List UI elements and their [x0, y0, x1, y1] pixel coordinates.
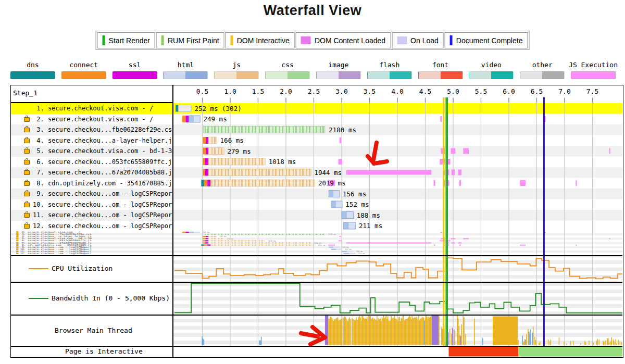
request-row-label[interactable]: 2. secure.checkout.visa.com - /: [11, 114, 172, 125]
row-band: [173, 189, 623, 199]
waterfall-table: Step_1 1. secure.checkout.visa.com - / 2…: [10, 85, 623, 358]
svg-text:279 ms: 279 ms: [227, 238, 233, 240]
section-border-bandwidth: [11, 282, 622, 283]
svg-text:2019 ms: 2019 ms: [317, 244, 325, 246]
key-label: font: [432, 61, 448, 69]
request-url: 3. secure.checkou...fbe06228ef29e.css: [33, 124, 172, 135]
key-label: connect: [69, 61, 98, 69]
request-row-label[interactable]: 9. secure.checkou...om - logCSPReport: [11, 189, 172, 199]
legend-item-on-load: On Load: [392, 32, 444, 48]
key-swatch-icon: [520, 71, 565, 79]
lock-icon-mini: [16, 248, 19, 250]
legend-item-dom-content-loaded: DOM Content Loaded: [296, 32, 391, 48]
lock-icon: [24, 117, 30, 122]
request-row-label[interactable]: 11. secure.checkou...om - logCSPReport: [11, 210, 172, 221]
lock-icon: [24, 139, 30, 143]
axis-tick-label: 7.5: [586, 87, 598, 95]
request-row-label[interactable]: 1. secure.checkout.visa.com - /: [11, 103, 172, 114]
key-item-image: image: [313, 61, 364, 79]
key-item-video: video: [466, 61, 517, 79]
request-url: 6. secure.checkou...053fc655809ffc.js: [33, 157, 172, 168]
key-label: js: [232, 61, 241, 69]
svg-text:152 ms: 152 ms: [345, 248, 352, 250]
document-complete-marker: [543, 97, 544, 346]
request-list-panel: Step_1 1. secure.checkout.visa.com - / 2…: [11, 85, 172, 357]
lock-icon: [24, 213, 30, 218]
lock-icon-mini: [16, 233, 19, 235]
request-url: 10. secure.checkou...om - logCSPReport: [33, 199, 172, 210]
header-underline: [11, 102, 172, 103]
svg-text:211 ms: 211 ms: [358, 253, 365, 255]
lock-icon-mini: [16, 231, 19, 233]
row-band: [173, 210, 623, 221]
bandwidth-in-label: Bandwidth In (0 - 5,000 Kbps): [11, 282, 172, 315]
section-border-interactive: [11, 346, 622, 347]
legend-label: RUM First Paint: [168, 36, 219, 45]
axis-tick-label: 2.0: [280, 87, 292, 95]
request-url: 5. secure.checkout.visa.com - bd-1-30: [33, 146, 172, 157]
key-swatch-icon: [418, 71, 463, 79]
axis-tick-label: 4.0: [391, 87, 403, 95]
request-url: 9. secure.checkou...om - logCSPReport: [33, 189, 172, 199]
key-swatch-icon: [113, 71, 157, 79]
lock-icon: [24, 203, 30, 207]
legend-swatch-icon: [450, 35, 453, 45]
key-label: other: [532, 61, 553, 69]
legend-item-rum-first-paint: RUM First Paint: [156, 32, 224, 48]
duration-label: 1944 ms: [314, 169, 342, 177]
axis-tick-label: 3.0: [335, 87, 347, 95]
request-url: 12. secure.checkou...om - logCSPReport: [33, 221, 172, 232]
request-row-label[interactable]: 3. secure.checkou...fbe06228ef29e.css: [11, 124, 172, 135]
panel-divider: [172, 85, 173, 357]
request-row-label[interactable]: 12. secure.checkou...om - logCSPReport: [11, 221, 172, 232]
request-row-label[interactable]: 10. secure.checkou...om - logCSPReport: [11, 199, 172, 210]
step-label: Step_1: [13, 89, 38, 97]
request-url: 7. secure.checkou...67a20704085b88.js: [33, 167, 172, 178]
key-item-other: other: [517, 61, 568, 79]
duration-label: 249 ms: [203, 115, 227, 123]
key-label: dns: [27, 61, 39, 69]
legend-label: DOM Content Loaded: [315, 36, 385, 45]
request-row-label[interactable]: 4. secure.checkou...a-layer-helper.js: [11, 135, 172, 146]
duration-label: 279 ms: [227, 147, 251, 155]
duration-label: 2180 ms: [329, 126, 356, 134]
lock-icon: [24, 128, 30, 132]
axis-tick-label: 2.5: [307, 87, 319, 95]
dom-interactive-marker: [443, 97, 444, 346]
axis-tick-label: 7.0: [558, 87, 570, 95]
page-is-interactive-label-text: Page is Interactive: [65, 347, 143, 355]
request-row-label[interactable]: 6. secure.checkou...053fc655809ffc.js: [11, 157, 172, 168]
axis-tick-label: 5.5: [474, 87, 486, 95]
key-label: html: [178, 61, 194, 69]
request-url: 4. secure.checkou...a-layer-helper.js: [33, 135, 172, 146]
cpu-utilization-label-text: CPU Utilization: [52, 265, 113, 272]
browser-main-thread-label-text: Browser Main Thread: [55, 327, 132, 334]
duration-label: 166 ms: [220, 136, 243, 144]
lock-icon-mini: [16, 246, 19, 248]
key-item-flash: flash: [364, 61, 415, 79]
request-url: 2. secure.checkout.visa.com - /: [33, 114, 153, 125]
lock-icon-mini: [16, 244, 19, 246]
key-item-js: js: [211, 61, 262, 79]
browser-main-thread-label: Browser Main Thread: [11, 315, 172, 346]
key-swatch-icon: [214, 71, 259, 79]
request-url-mini: 12. secure.checkou...om - logCSPReport: [16, 253, 92, 255]
cpu-utilization-label: CPU Utilization: [11, 255, 172, 282]
lock-icon-mini: [16, 235, 19, 237]
svg-text:166 ms: 166 ms: [219, 235, 226, 237]
page-is-interactive-label: Page is Interactive: [11, 346, 172, 357]
lock-icon: [24, 160, 30, 165]
lock-icon: [24, 192, 30, 196]
request-row-label[interactable]: 7. secure.checkou...67a20704085b88.js: [11, 167, 172, 178]
bandwidth-in-label-swatch-icon: [29, 298, 48, 299]
legend-item-start-render: Start Render: [97, 32, 155, 48]
lock-icon: [24, 224, 30, 229]
section-border-cpu: [11, 255, 622, 256]
legend-swatch-icon: [161, 35, 164, 45]
legend-swatch-icon: [103, 35, 105, 45]
axis-tick-label: 1.0: [224, 87, 236, 95]
key-label: image: [328, 61, 348, 69]
request-row-label[interactable]: 8. cdn.optimizely.com - 3541670885.js: [11, 178, 172, 189]
key-swatch-icon: [10, 71, 55, 79]
request-row-label[interactable]: 5. secure.checkout.visa.com - bd-1-30: [11, 146, 172, 157]
